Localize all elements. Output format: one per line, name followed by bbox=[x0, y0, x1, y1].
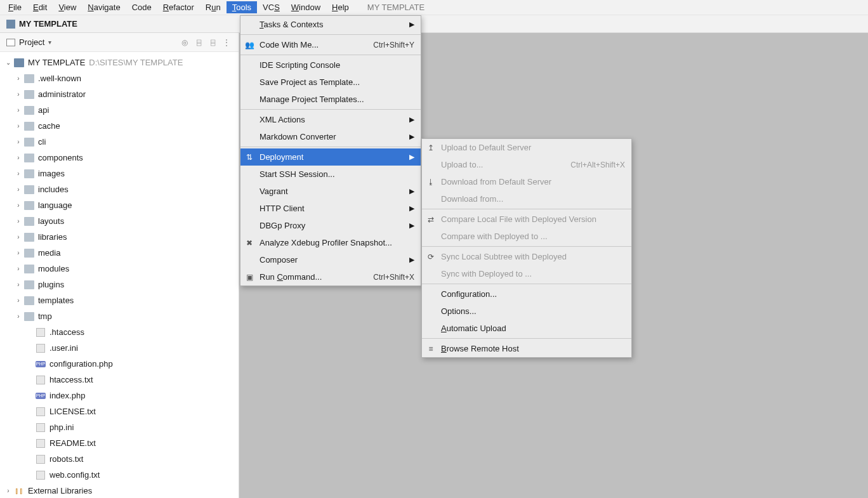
menubar: FileEditViewNavigateCodeRefactorRunTools… bbox=[0, 0, 868, 15]
tree-row[interactable]: cache bbox=[0, 118, 239, 134]
tree-row[interactable]: .htaccess bbox=[0, 324, 239, 340]
tree-row[interactable]: LICENSE.txt bbox=[0, 403, 239, 419]
tree-row[interactable]: PHPconfiguration.php bbox=[0, 356, 239, 372]
folder-icon bbox=[24, 217, 34, 226]
tree-row[interactable]: robots.txt bbox=[0, 451, 239, 467]
tree-row[interactable]: api bbox=[0, 102, 239, 118]
submenu-arrow-icon: ▶ bbox=[397, 187, 414, 195]
menu-edit[interactable]: Edit bbox=[27, 1, 53, 13]
tools-menu-item[interactable]: Markdown Converter▶ bbox=[240, 128, 421, 145]
breadcrumb-text[interactable]: MY TEMPLATE bbox=[19, 19, 77, 29]
menu-item-label: XML Actions bbox=[260, 115, 305, 124]
tree-row[interactable]: language bbox=[0, 197, 239, 213]
file-icon bbox=[36, 407, 45, 416]
menu-window[interactable]: Window bbox=[286, 1, 326, 13]
tools-menu-item[interactable]: Composer▶ bbox=[240, 251, 421, 268]
tree-row[interactable]: MY TEMPLATED:\SITES\MY TEMPLATE bbox=[0, 55, 239, 70]
folder-icon bbox=[24, 90, 34, 99]
tree-row[interactable]: layouts bbox=[0, 213, 239, 229]
tree-row[interactable]: modules bbox=[0, 261, 239, 277]
deploy-menu-item[interactable]: Configuration... bbox=[422, 285, 631, 303]
menu-code[interactable]: Code bbox=[126, 1, 157, 13]
tools-menu-item[interactable]: 👥Code With Me...Ctrl+Shift+Y bbox=[240, 36, 421, 53]
tree-row[interactable]: .well-known bbox=[0, 70, 239, 86]
tree-row[interactable]: .user.ini bbox=[0, 340, 239, 356]
submenu-arrow-icon: ▶ bbox=[397, 153, 414, 161]
tools-menu-item[interactable]: Tasks & Contexts▶ bbox=[240, 16, 421, 33]
deploy-menu-item[interactable]: Options... bbox=[422, 303, 631, 320]
locate-icon[interactable]: ◎ bbox=[179, 37, 190, 48]
tree-row[interactable]: administrator bbox=[0, 86, 239, 102]
tools-menu-item[interactable]: XML Actions▶ bbox=[240, 111, 421, 128]
folder-icon bbox=[24, 201, 34, 210]
tree-row[interactable]: components bbox=[0, 150, 239, 166]
tools-menu-item[interactable]: ⇅Deployment▶ bbox=[240, 148, 421, 166]
tools-menu-item[interactable]: IDE Scripting Console bbox=[240, 56, 421, 74]
tools-menu-item[interactable]: Manage Project Templates... bbox=[240, 91, 421, 108]
tree-row[interactable]: web.config.txt bbox=[0, 467, 239, 483]
tree-row[interactable]: PHPindex.php bbox=[0, 388, 239, 403]
tools-menu-item[interactable]: DBGp Proxy▶ bbox=[240, 217, 421, 234]
folder-icon bbox=[24, 265, 34, 273]
menu-item-label: Automatic Upload bbox=[441, 324, 506, 333]
menu-vcs[interactable]: VCS bbox=[257, 1, 286, 13]
menu-item-label: Download from Default Server bbox=[441, 177, 551, 187]
menu-tools[interactable]: Tools bbox=[227, 1, 257, 13]
submenu-arrow-icon: ▶ bbox=[397, 115, 414, 124]
menu-item-label: Tasks & Contexts bbox=[260, 20, 323, 29]
menu-navigate[interactable]: Navigate bbox=[82, 1, 126, 13]
menu-item-label: Vagrant bbox=[260, 187, 288, 196]
tools-menu-item[interactable]: ✖Analyze Xdebug Profiler Snapshot... bbox=[240, 234, 421, 251]
tree-row[interactable]: php.ini bbox=[0, 419, 239, 435]
folder-icon bbox=[24, 249, 34, 258]
menu-item-label: Browse Remote Host bbox=[441, 344, 519, 353]
menu-shortcut: Ctrl+Alt+Shift+X bbox=[558, 161, 625, 169]
deploy-menu-item[interactable]: Automatic Upload bbox=[422, 320, 631, 337]
tree-row[interactable]: README.txt bbox=[0, 435, 239, 451]
menu-item-label: Markdown Converter bbox=[260, 132, 336, 141]
tree-row[interactable]: images bbox=[0, 166, 239, 181]
tree-row[interactable]: libraries bbox=[0, 229, 239, 245]
project-tree[interactable]: MY TEMPLATED:\SITES\MY TEMPLATE.well-kno… bbox=[0, 52, 239, 498]
file-icon bbox=[36, 423, 45, 432]
tools-menu-item[interactable]: HTTP Client▶ bbox=[240, 200, 421, 217]
tree-row[interactable]: htaccess.txt bbox=[0, 372, 239, 388]
tools-menu-item[interactable]: Save Project as Template... bbox=[240, 74, 421, 91]
file-icon bbox=[36, 439, 45, 448]
menu-view[interactable]: View bbox=[53, 1, 82, 13]
tools-menu-item[interactable]: Start SSH Session... bbox=[240, 166, 421, 183]
menu-help[interactable]: Help bbox=[326, 1, 355, 13]
file-icon bbox=[36, 471, 45, 480]
project-toolwindow-header[interactable]: Project ▾ ◎ ⌸ ⌸ ⋮ bbox=[0, 33, 239, 52]
menu-item-label: Start SSH Session... bbox=[260, 169, 335, 179]
collapse-all-icon[interactable]: ⌸ bbox=[207, 37, 218, 48]
deploy-menu-item[interactable]: ≡Browse Remote Host bbox=[422, 340, 631, 357]
tree-row[interactable]: cli bbox=[0, 134, 239, 150]
menu-lead-icon: ↥ bbox=[426, 143, 436, 153]
file-icon bbox=[36, 455, 45, 464]
submenu-arrow-icon: ▶ bbox=[397, 133, 414, 141]
menu-lead-icon: ✖ bbox=[244, 238, 254, 248]
context-project-label: MY TEMPLATE bbox=[367, 3, 424, 12]
menu-refactor[interactable]: Refactor bbox=[157, 1, 200, 13]
breadcrumb-bar: MY TEMPLATE bbox=[0, 15, 868, 33]
folder-icon bbox=[24, 169, 34, 178]
tree-row[interactable]: includes bbox=[0, 181, 239, 197]
menu-item-label: Deployment bbox=[260, 152, 303, 162]
tools-menu-item[interactable]: Vagrant▶ bbox=[240, 183, 421, 200]
deploy-menu-item: ⭳Download from Default Server bbox=[422, 173, 631, 190]
tree-row[interactable]: templates bbox=[0, 292, 239, 308]
tools-menu-item[interactable]: ▣Run Command...Ctrl+Shift+X bbox=[240, 268, 421, 285]
menu-run[interactable]: Run bbox=[200, 1, 227, 13]
menu-item-label: Download from... bbox=[441, 194, 503, 204]
tree-row[interactable]: tmp bbox=[0, 308, 239, 324]
menu-item-label: Run Command... bbox=[260, 272, 322, 282]
tree-row[interactable]: media bbox=[0, 245, 239, 261]
settings-icon[interactable]: ⋮ bbox=[221, 37, 232, 48]
dropdown-icon[interactable]: ▾ bbox=[48, 39, 51, 46]
tree-row[interactable]: plugins bbox=[0, 277, 239, 292]
menu-file[interactable]: File bbox=[3, 1, 27, 13]
tree-row[interactable]: ⫿⫿External Libraries bbox=[0, 483, 239, 498]
project-view-label: Project bbox=[19, 37, 44, 47]
expand-all-icon[interactable]: ⌸ bbox=[193, 37, 204, 48]
